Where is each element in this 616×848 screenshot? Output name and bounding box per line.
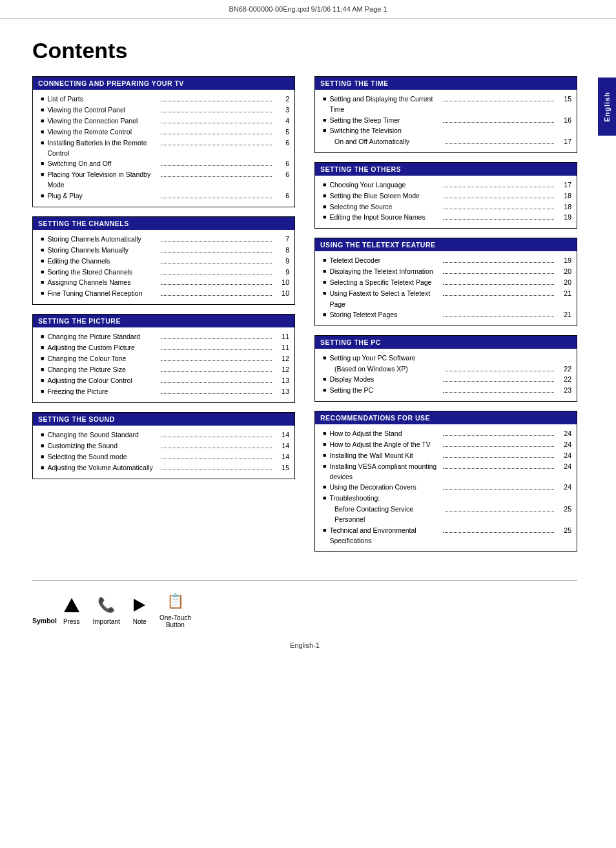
bullet-icon: ■ (323, 451, 326, 460)
section-body: ■List of Parts2■Viewing the Control Pane… (33, 90, 294, 207)
dotted-line (443, 446, 554, 447)
press-icon (64, 595, 79, 615)
toc-item: ■Plug & Play6 (38, 191, 289, 202)
dotted-line (161, 295, 272, 296)
item-text: Storing Channels Automatically (47, 234, 158, 244)
page-number: 5 (274, 127, 289, 137)
press-label: Press (63, 618, 80, 625)
item-text: (Based on Windows XP) (334, 364, 444, 374)
toc-item: ■Setting up Your PC Software (320, 353, 571, 364)
section-box: CONNECTING AND PREPARING YOUR TV■List of… (32, 76, 295, 207)
section-body: ■How to Adjust the Stand24■How to Adjust… (315, 424, 577, 551)
toc-item: ■Displaying the Teletext Information20 (320, 266, 571, 277)
page-number: 11 (274, 331, 289, 342)
page-number: 17 (556, 136, 571, 147)
section-header: SETTING THE PICTURE (33, 315, 294, 327)
toc-item: On and Off Automatically17 (320, 136, 571, 147)
dotted-line (161, 459, 272, 459)
side-tab: English (598, 78, 616, 136)
page-number: 12 (274, 353, 289, 364)
toc-item: ■Fine Tuning Channel Reception10 (38, 288, 289, 299)
bullet-icon: ■ (41, 366, 44, 375)
section-body: ■Storing Channels Automatically7■Storing… (33, 230, 294, 305)
toc-item: ■Viewing the Remote Control5 (38, 127, 289, 138)
toc-item: ■How to Adjust the Angle of the TV24 (320, 439, 571, 450)
page-number: 18 (556, 191, 571, 201)
page-number: 22 (556, 374, 571, 384)
dotted-line (161, 338, 272, 339)
toc-item: ■Installing the Wall Mount Kit24 (320, 450, 571, 461)
important-label: Important (93, 618, 120, 625)
dotted-line (446, 511, 555, 512)
symbol-one-touch: 📋 One-TouchButton (159, 591, 191, 628)
dotted-line (161, 145, 272, 145)
section-header: USING THE TELETEXT FEATURE (315, 238, 577, 251)
toc-item: ■Switching On and Off6 (38, 158, 289, 169)
item-text: Sorting the Stored Channels (47, 267, 158, 277)
dotted-line (161, 252, 272, 253)
page-number: 23 (556, 385, 571, 395)
item-text: Editing the Channels (47, 256, 158, 266)
toc-item: ■Storing Channels Automatically7 (38, 234, 289, 245)
dotted-line (161, 112, 272, 112)
top-bar: BN68-000000-00Eng.qxd 9/1/06 11:44 AM Pa… (0, 0, 616, 19)
toc-item: ■Sorting the Stored Channels9 (38, 267, 289, 278)
toc-item: ■Adjusting the Volume Automatically15 (38, 462, 289, 473)
section-box: SETTING THE CHANNELS■Storing Channels Au… (32, 216, 295, 305)
toc-item: ■Changing the Colour Tone12 (38, 353, 289, 364)
bullet-icon: ■ (323, 354, 326, 363)
note-label: Note (133, 618, 147, 625)
symbol-label: Symbol (32, 617, 57, 628)
toc-item: ■Viewing the Connection Panel4 (38, 116, 289, 127)
dotted-line (443, 262, 554, 263)
item-text: Selecting the Source (329, 202, 440, 212)
section-box: SETTING THE PICTURE■Changing the Picture… (32, 314, 295, 403)
toc-item: ■Selecting the Source18 (320, 202, 571, 212)
item-text: Freezing the Picture (47, 386, 158, 397)
dotted-line (161, 263, 272, 264)
item-text: How to Adjust the Stand (329, 428, 440, 439)
toc-item: ■Setting the Sleep Timer16 (320, 115, 571, 126)
dotted-line (161, 284, 272, 285)
item-text: Technical and Environmental Specificatio… (329, 525, 440, 546)
toc-item: ■Installing Batteries in the Remote Cont… (38, 138, 289, 159)
bullet-icon: ■ (323, 375, 326, 384)
item-text: Adjusting the Volume Automatically (47, 462, 158, 473)
toc-item: ■How to Adjust the Stand24 (320, 428, 571, 439)
dotted-line (443, 392, 554, 393)
toc-item: ■Changing the Sound Standard14 (38, 429, 289, 440)
dotted-line (443, 284, 554, 285)
page-number: 10 (274, 288, 289, 298)
page-number: 19 (556, 255, 571, 265)
section-header: SETTING THE TIME (315, 77, 577, 90)
dotted-line (161, 371, 272, 372)
dotted-line (161, 123, 272, 123)
item-text: Setting the PC (329, 385, 440, 395)
page-number: 20 (556, 266, 571, 276)
page-number: 15 (556, 94, 571, 104)
page-number: 25 (556, 525, 571, 535)
section-box: SETTING THE SOUND■Changing the Sound Sta… (32, 412, 295, 479)
bullet-icon: ■ (323, 192, 326, 201)
item-text: Storing Channels Manually (47, 245, 158, 255)
item-text: Adjusting the Custom Picture (47, 342, 158, 353)
dotted-line (161, 176, 272, 177)
dotted-line (446, 143, 555, 144)
item-text: Viewing the Control Panel (47, 105, 158, 115)
section-body: ■Setting up Your PC Software(Based on Wi… (315, 349, 577, 401)
dotted-line (161, 198, 272, 198)
page-footer: English-1 (32, 641, 577, 649)
dotted-line (161, 437, 272, 437)
dotted-line (443, 101, 554, 101)
page-number: 17 (556, 180, 571, 190)
bullet-icon: ■ (323, 386, 326, 395)
item-text: Switching the Television (329, 125, 571, 136)
item-text: Fine Tuning Channel Reception (47, 288, 158, 298)
dotted-line (161, 134, 272, 134)
item-text: Selecting the Sound mode (47, 451, 158, 462)
bullet-icon: ■ (323, 429, 326, 439)
dotted-line (443, 295, 554, 296)
item-text: Viewing the Connection Panel (47, 116, 158, 126)
dotted-line (443, 489, 554, 490)
symbol-note: Note (133, 595, 147, 625)
